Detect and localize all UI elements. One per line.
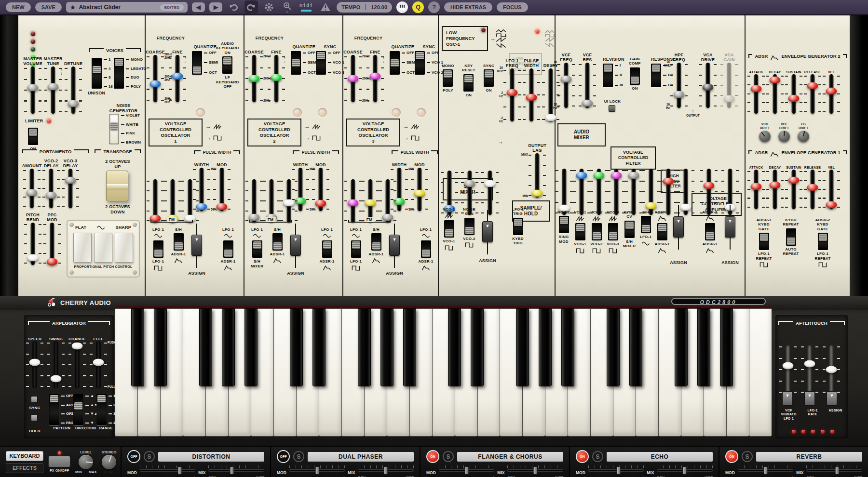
prev-preset-button[interactable]: ◀ xyxy=(192,2,205,12)
slider-track[interactable] xyxy=(702,64,714,106)
slider-output-lag[interactable]: OUTPUT LAGMAXMIN xyxy=(529,143,546,196)
toggle-switch[interactable] xyxy=(818,233,828,250)
fx-power-button[interactable]: OFF xyxy=(127,450,140,463)
quantize-button[interactable]: Q xyxy=(412,1,424,13)
slider-thumb[interactable] xyxy=(68,100,79,107)
switch-thumb[interactable] xyxy=(391,59,399,66)
adsr1-gate-switch[interactable]: ADSR-1 KYBD GATELFO-1 REPEAT xyxy=(752,218,775,268)
slider-vco-2-delay[interactable]: VCO-2 DELAY xyxy=(42,158,60,207)
hide-extras-button[interactable]: HIDE EXTRAS xyxy=(444,2,492,12)
switch-thumb[interactable] xyxy=(819,234,827,241)
toggle-switch[interactable] xyxy=(559,216,569,233)
slider-thumb[interactable] xyxy=(27,189,38,197)
slider-sustain[interactable]: SUSTAIN xyxy=(785,159,802,208)
vco2-mod1-switch[interactable]: LFO-1S/H MIXER xyxy=(247,227,267,268)
slider-decay[interactable]: DECAY xyxy=(766,64,784,112)
slider-track[interactable]: ↑ ↓ xyxy=(271,56,282,101)
switch-thumb[interactable] xyxy=(604,65,612,72)
slider-thumb[interactable] xyxy=(783,362,794,370)
slider-track[interactable] xyxy=(826,171,837,208)
slider-track[interactable] xyxy=(582,64,593,106)
fx-slider-thumb[interactable] xyxy=(835,466,840,475)
slider-track[interactable] xyxy=(576,170,587,213)
slider-track[interactable] xyxy=(27,68,39,112)
slider-level[interactable] xyxy=(280,169,298,221)
slider-level[interactable] xyxy=(801,334,818,393)
slider-level[interactable] xyxy=(660,158,677,213)
slider-thumb[interactable] xyxy=(680,203,692,211)
slider-track[interactable] xyxy=(788,171,800,208)
vco2-sync-switch[interactable]: SYNCOFFVCO 1VCO 3 xyxy=(316,44,344,75)
aftertouch-assign-button[interactable]: ▼ xyxy=(827,391,837,406)
toggle-switch[interactable] xyxy=(322,240,332,258)
black-key[interactable] xyxy=(403,308,416,386)
mixer-assign-selector[interactable] xyxy=(673,213,684,241)
black-key[interactable] xyxy=(358,308,371,386)
vco3-quantize-switch[interactable]: QUANTIZEOFFSEMIOCT xyxy=(390,44,416,75)
switch-thumb[interactable] xyxy=(706,232,714,239)
switch-thumb[interactable] xyxy=(175,242,183,250)
switch-thumb[interactable] xyxy=(514,219,522,226)
slider-thumb[interactable] xyxy=(464,180,475,187)
fx-slider-thumb[interactable] xyxy=(384,466,388,475)
slider-master-tune[interactable]: MASTER TUNE↑ ↓ xyxy=(44,56,62,112)
toggle-switch[interactable] xyxy=(575,223,585,240)
preset-display[interactable]: ★ Abstract Glider EDITED xyxy=(66,2,188,13)
favorite-star-icon[interactable]: ★ xyxy=(70,3,76,11)
slider-feel[interactable]: FEELPUSHPULL xyxy=(90,331,107,387)
sh-source2-switch[interactable]: NOISE GENVCO-2 xyxy=(459,207,479,248)
arp-pattern-switch[interactable]: OFFARPORDRNDPATTERN xyxy=(49,394,75,431)
slider-mod[interactable]: MOD xyxy=(213,157,231,210)
fx-mix-slider[interactable] xyxy=(208,465,264,475)
slider-thumb[interactable] xyxy=(826,201,837,208)
slider-thumb[interactable] xyxy=(348,75,359,82)
slider-level[interactable] xyxy=(441,160,458,213)
toggle-switch[interactable] xyxy=(174,233,184,251)
black-key[interactable] xyxy=(312,308,326,386)
sh-source1-switch[interactable]: VCO-1VCO-1 xyxy=(439,207,459,251)
toggle-switch[interactable] xyxy=(630,67,640,85)
slider-track[interactable] xyxy=(216,169,228,210)
slider-vca-gain[interactable]: VCA GAIN xyxy=(720,52,738,106)
toggle-switch[interactable] xyxy=(252,240,262,258)
slider-thumb[interactable] xyxy=(172,73,183,80)
effects-tab[interactable]: EFFECTS xyxy=(6,463,43,473)
switch-thumb[interactable] xyxy=(760,234,768,241)
switch-thumb[interactable] xyxy=(631,77,639,84)
fx-mod-slider[interactable] xyxy=(140,465,196,475)
vco1-assign-selector[interactable] xyxy=(191,231,203,259)
switch-thumb[interactable] xyxy=(444,70,452,78)
slider-thumb[interactable] xyxy=(365,199,376,207)
voices-count-switch[interactable]: 14816 xyxy=(92,58,113,89)
arp-direction-switch[interactable]: ▲▲▼▼▲▼DIRECTION xyxy=(73,394,98,431)
fx-mix-slider[interactable] xyxy=(507,465,563,475)
arp-sync-button[interactable] xyxy=(31,396,38,403)
fx-power-button[interactable]: ON xyxy=(576,450,589,463)
switch-thumb[interactable] xyxy=(625,222,634,229)
slider-track[interactable] xyxy=(382,181,393,221)
slider-track[interactable] xyxy=(484,172,496,213)
black-key[interactable] xyxy=(561,308,574,386)
switch-thumb[interactable] xyxy=(416,52,424,59)
slider-attack[interactable]: ATTACK xyxy=(747,159,765,208)
slider-thumb[interactable] xyxy=(704,182,715,189)
transpose-lever[interactable] xyxy=(106,171,128,201)
switch-thumb[interactable] xyxy=(372,242,380,250)
black-key[interactable] xyxy=(607,308,620,386)
slider-level[interactable] xyxy=(344,169,362,221)
sh-assign-selector[interactable] xyxy=(482,218,493,246)
vco-drift-knob[interactable] xyxy=(759,131,771,142)
fx-solo-button[interactable]: S xyxy=(742,451,753,462)
vcf-drift-knob[interactable] xyxy=(778,131,790,142)
slider-decay[interactable]: DECAY xyxy=(766,159,784,208)
toggle-switch[interactable] xyxy=(223,240,233,258)
fx-slider-thumb[interactable] xyxy=(178,466,182,475)
slider-level[interactable] xyxy=(263,169,280,221)
toggle-switch[interactable] xyxy=(657,223,667,240)
selector-switch[interactable] xyxy=(92,58,102,89)
slider-track[interactable] xyxy=(184,181,196,221)
switch-thumb[interactable] xyxy=(352,241,360,249)
slider-track[interactable] xyxy=(826,76,837,112)
slider-vcf-res[interactable]: VCF RES xyxy=(579,52,596,106)
slider-track[interactable]: PUSHPULL xyxy=(93,343,104,387)
